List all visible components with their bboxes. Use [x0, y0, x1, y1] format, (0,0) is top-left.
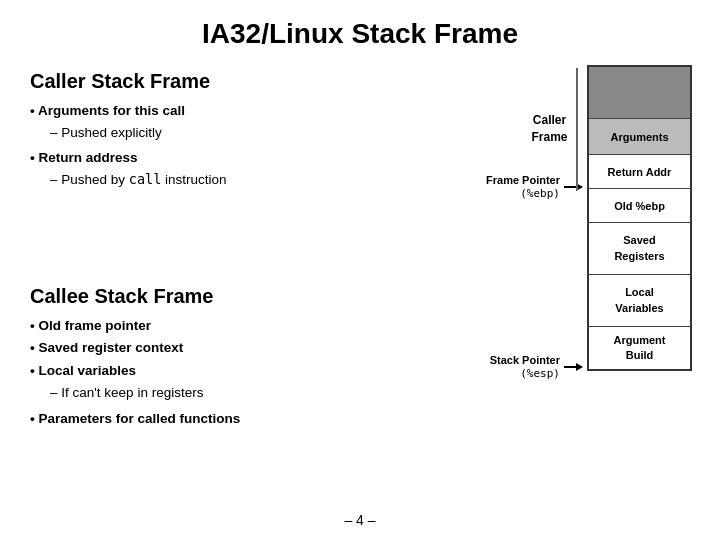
stack-block-return-addr: Return Addr — [589, 155, 690, 189]
stack-boxes: Arguments Return Addr Old %ebp Saved Reg… — [587, 65, 692, 371]
caller-bullet-1: • Arguments for this call – Pushed expli… — [30, 100, 227, 143]
callee-bullets: • Old frame pointer • Saved register con… — [30, 315, 240, 430]
callee-bullet-1-main: • Old frame pointer — [30, 318, 151, 333]
callee-bullet-3-sub: – If can't keep in registers — [30, 385, 203, 400]
callee-bullet-2-main: • Saved register context — [30, 340, 183, 355]
page-title: IA32/Linux Stack Frame — [0, 18, 720, 50]
stack-block-argument-build: Argument Build — [589, 327, 690, 369]
caller-bullets: • Arguments for this call – Pushed expli… — [30, 100, 227, 190]
callee-bullet-3-main: • Local variables — [30, 363, 136, 378]
stack-block-caller-top — [589, 67, 690, 119]
caller-bullet-2: • Return address – Pushed by call instru… — [30, 147, 227, 190]
footer: – 4 – — [0, 512, 720, 528]
caller-section-title: Caller Stack Frame — [30, 70, 210, 93]
callee-bullet-4: • Parameters for called functions — [30, 408, 240, 430]
caller-bullet-2-main: • Return address — [30, 150, 138, 165]
callee-bullet-3: • Local variables – If can't keep in reg… — [30, 360, 240, 405]
stack-diagram: Frame Pointer (%ebp) Stack Pointer (%esp… — [472, 65, 692, 388]
callee-bullet-1: • Old frame pointer — [30, 315, 240, 337]
stack-pointer-label-row: Stack Pointer (%esp) — [490, 346, 582, 388]
callee-bullet-2: • Saved register context — [30, 337, 240, 359]
caller-frame-label: CallerFrame — [531, 112, 567, 146]
stack-pointer-label: Stack Pointer (%esp) — [490, 353, 560, 382]
stack-block-old-ebp: Old %ebp — [589, 189, 690, 223]
page: IA32/Linux Stack Frame Caller Stack Fram… — [0, 0, 720, 540]
caller-bullet-1-sub: – Pushed explicitly — [30, 125, 162, 140]
caller-bullet-1-main: • Arguments for this call — [30, 103, 185, 118]
stack-pointer-arrow — [564, 366, 582, 368]
caller-frame-bracket: CallerFrame — [523, 68, 578, 190]
callee-bullet-4-main: • Parameters for called functions — [30, 411, 240, 426]
stack-block-local-variables: Local Variables — [589, 275, 690, 327]
caller-bullet-2-sub: – Pushed by call instruction — [30, 172, 227, 187]
stack-block-arguments: Arguments — [589, 119, 690, 155]
stack-block-saved-registers: Saved Registers — [589, 223, 690, 275]
callee-section-title: Callee Stack Frame — [30, 285, 213, 308]
